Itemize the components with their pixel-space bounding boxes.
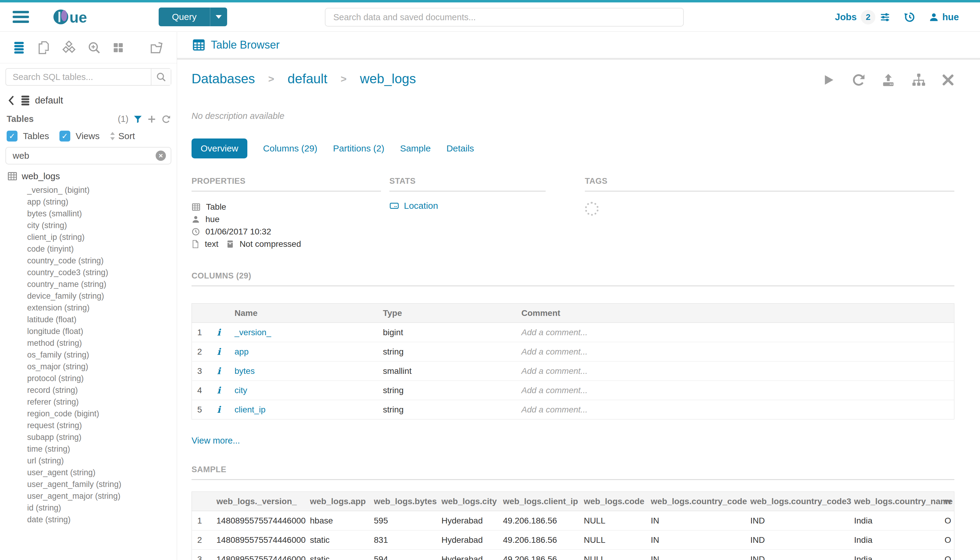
column-name-link[interactable]: _version_ [235, 328, 271, 337]
column-info-icon[interactable]: i [217, 327, 221, 338]
query-dropdown-caret[interactable] [210, 15, 227, 19]
documents-icon[interactable] [37, 41, 50, 55]
column-name-link[interactable]: bytes [235, 366, 255, 376]
location-link[interactable]: Location [389, 201, 546, 211]
tree-column-item[interactable]: country_code (string) [0, 255, 177, 267]
tree-column-item[interactable]: code (tinyint) [0, 243, 177, 255]
clear-filter-icon[interactable]: × [156, 150, 166, 161]
refresh-table-icon[interactable] [851, 73, 865, 87]
tree-column-item[interactable]: client_ip (string) [0, 232, 177, 243]
sample-header-cell[interactable]: web_logs.country_code3 [746, 492, 850, 511]
upload-icon[interactable] [881, 73, 895, 87]
add-icon[interactable] [147, 115, 156, 124]
chevron-left-icon[interactable] [7, 95, 16, 106]
table-filter-input[interactable] [7, 150, 156, 161]
global-search-input[interactable] [325, 8, 684, 27]
sort-control[interactable]: Sort [109, 131, 135, 141]
apps-grid-icon[interactable] [112, 42, 124, 54]
sql-tables-search-button[interactable] [151, 69, 171, 85]
column-comment-placeholder[interactable]: Add a comment... [521, 328, 587, 337]
query-split-button[interactable]: Query [159, 8, 227, 26]
tree-column-item[interactable]: os_family (string) [0, 349, 177, 361]
tree-column-item[interactable]: user_agent_family (string) [0, 478, 177, 490]
tree-column-item[interactable]: _version_ (bigint) [0, 184, 177, 196]
tab[interactable]: Overview [191, 138, 247, 158]
sample-header-cell[interactable]: web_logs.app [306, 492, 370, 511]
tables-checkbox[interactable]: ✓ [7, 131, 18, 142]
columns-header-comment[interactable]: Comment [508, 303, 954, 323]
database-breadcrumb[interactable]: default [7, 95, 171, 106]
breadcrumb-web-logs[interactable]: web_logs [360, 71, 416, 86]
tree-column-item[interactable]: longitude (float) [0, 325, 177, 337]
column-info-icon[interactable]: i [217, 385, 221, 395]
tree-column-item[interactable]: device_family (string) [0, 290, 177, 302]
hamburger-menu-icon[interactable] [13, 8, 29, 25]
tree-column-item[interactable]: user_agent (string) [0, 467, 177, 478]
column-comment-placeholder[interactable]: Add a comment... [521, 405, 587, 414]
sample-header-cell[interactable]: web_logs.bytes [370, 492, 438, 511]
tree-column-item[interactable]: city (string) [0, 220, 177, 232]
columns-header-type[interactable]: Type [379, 303, 508, 323]
tree-column-item[interactable]: url (string) [0, 455, 177, 467]
tree-column-item[interactable]: subapp (string) [0, 432, 177, 443]
tree-column-item[interactable]: bytes (smallint) [0, 208, 177, 220]
database-name[interactable]: default [35, 95, 63, 106]
table-description[interactable]: No description available [191, 111, 954, 121]
user-menu[interactable]: hue [929, 12, 959, 23]
tree-column-item[interactable]: country_name (string) [0, 278, 177, 290]
column-info-icon[interactable]: i [217, 366, 221, 376]
tree-column-item[interactable]: user_agent_major (string) [0, 490, 177, 502]
tree-column-item[interactable]: app (string) [0, 196, 177, 208]
breadcrumb-databases[interactable]: Databases [191, 71, 255, 86]
filter-funnel-icon[interactable] [133, 115, 142, 124]
lineage-sitemap-icon[interactable] [912, 73, 925, 87]
column-name-link[interactable]: app [235, 347, 249, 356]
column-name-link[interactable]: city [235, 386, 247, 395]
sample-header-cell[interactable]: web_logs.country_name [850, 492, 940, 511]
sample-header-cell[interactable]: web_logs.country_code [647, 492, 746, 511]
sample-header-cell[interactable]: web_logs.client_ip [499, 492, 580, 511]
breadcrumb-default[interactable]: default [288, 71, 327, 86]
tab[interactable]: Partitions (2) [333, 138, 384, 158]
tree-table-name[interactable]: web_logs [22, 171, 60, 181]
tab[interactable]: Details [446, 138, 474, 158]
query-button-label[interactable]: Query [159, 12, 210, 22]
tree-column-item[interactable]: region_code (bigint) [0, 408, 177, 420]
jobs-link[interactable]: Jobs 2 [835, 10, 890, 25]
column-comment-placeholder[interactable]: Add a comment... [521, 386, 587, 395]
cubes-icon[interactable] [62, 41, 76, 55]
column-comment-placeholder[interactable]: Add a comment... [521, 347, 587, 356]
query-play-icon[interactable] [822, 73, 835, 86]
tab[interactable]: Columns (29) [263, 138, 317, 158]
column-info-icon[interactable]: i [217, 404, 221, 415]
folder-documents-icon[interactable] [150, 41, 164, 55]
close-icon[interactable] [942, 73, 954, 86]
history-icon[interactable] [904, 11, 916, 23]
tree-column-item[interactable]: method (string) [0, 337, 177, 349]
refresh-icon[interactable] [161, 114, 171, 124]
location-label[interactable]: Location [404, 201, 438, 211]
sliders-icon[interactable] [880, 12, 890, 23]
sql-assist-icon[interactable] [13, 41, 25, 55]
tree-column-item[interactable]: record (string) [0, 384, 177, 396]
tree-table-web-logs[interactable]: web_logs [0, 171, 177, 181]
tab[interactable]: Sample [400, 138, 431, 158]
zoom-plus-icon[interactable] [88, 41, 101, 54]
sample-header-cell[interactable]: web_logs.code [580, 492, 647, 511]
sample-header-cell[interactable]: web_logs.city [438, 492, 499, 511]
column-comment-placeholder[interactable]: Add a comment... [521, 366, 587, 376]
view-more-link[interactable]: View more... [191, 436, 240, 446]
sample-header-cell[interactable]: web_logs._version_ [212, 492, 306, 511]
tree-column-item[interactable]: request (string) [0, 420, 177, 432]
columns-header-name[interactable]: Name [230, 303, 379, 323]
tree-column-item[interactable]: protocol (string) [0, 373, 177, 384]
sql-tables-search-input[interactable] [6, 69, 151, 85]
tree-column-item[interactable]: id (string) [0, 502, 177, 514]
tree-column-item[interactable]: time (string) [0, 443, 177, 455]
column-name-link[interactable]: client_ip [235, 405, 266, 414]
hue-logo[interactable]: ue [53, 8, 101, 26]
column-info-icon[interactable]: i [217, 347, 221, 357]
tree-column-item[interactable]: os_major (string) [0, 361, 177, 373]
views-checkbox[interactable]: ✓ [60, 131, 70, 142]
tree-column-item[interactable]: latitude (float) [0, 314, 177, 325]
